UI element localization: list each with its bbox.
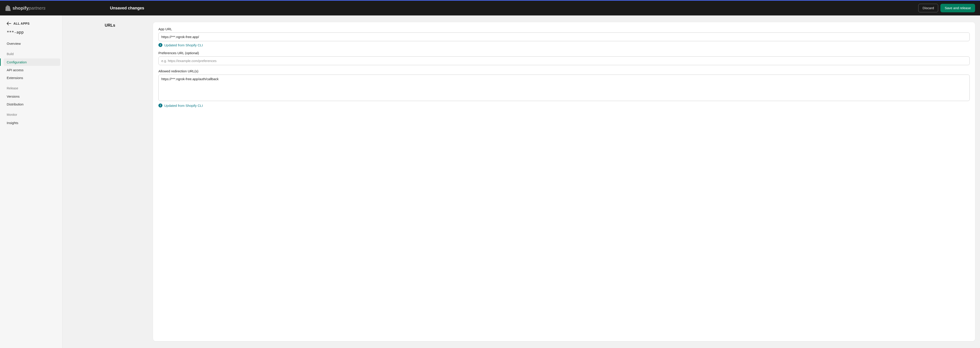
sidebar-item-extensions[interactable]: Extensions bbox=[3, 74, 60, 81]
header-bar: shopifypartners Unsaved changes Discard … bbox=[0, 1, 980, 16]
label-preferences-url: Preferences URL (optional) bbox=[158, 51, 970, 55]
label-redirection-urls: Allowed redirection URL(s) bbox=[158, 69, 970, 73]
field-app-url: App URL i Updated from Shopify CLI bbox=[158, 27, 970, 47]
info-app-url-cli: i Updated from Shopify CLI bbox=[158, 43, 970, 47]
sidebar-item-distribution[interactable]: Distribution bbox=[3, 101, 60, 108]
input-app-url[interactable] bbox=[158, 32, 970, 41]
label-app-url: App URL bbox=[158, 27, 970, 31]
info-text: Updated from Shopify CLI bbox=[164, 43, 203, 47]
sidebar-item-api-access[interactable]: API access bbox=[3, 66, 60, 74]
sidebar: ALL APPS ***-app Overview Build Configur… bbox=[0, 16, 63, 348]
brand-text: shopifypartners bbox=[13, 6, 46, 11]
main-content: URLs App URL i Updated from Shopify CLI … bbox=[63, 16, 980, 348]
shopify-bag-icon bbox=[5, 5, 11, 11]
sidebar-group-release: Release bbox=[3, 85, 60, 92]
app-name: ***-app bbox=[3, 29, 60, 36]
sidebar-group-monitor: Monitor bbox=[3, 111, 60, 118]
back-label: ALL APPS bbox=[13, 22, 30, 25]
unsaved-changes-title: Unsaved changes bbox=[46, 6, 918, 11]
field-redirection-urls: Allowed redirection URL(s) i Updated fro… bbox=[158, 69, 970, 107]
info-text: Updated from Shopify CLI bbox=[164, 104, 203, 107]
urls-card: App URL i Updated from Shopify CLI Prefe… bbox=[153, 22, 975, 341]
sidebar-item-configuration[interactable]: Configuration bbox=[3, 59, 60, 66]
back-all-apps[interactable]: ALL APPS bbox=[3, 21, 60, 26]
sidebar-item-overview[interactable]: Overview bbox=[3, 40, 60, 47]
sidebar-item-insights[interactable]: Insights bbox=[3, 119, 60, 126]
sidebar-group-build: Build bbox=[3, 50, 60, 57]
brand-logo[interactable]: shopifypartners bbox=[5, 5, 46, 11]
field-preferences-url: Preferences URL (optional) bbox=[158, 51, 970, 65]
info-icon: i bbox=[158, 104, 162, 107]
section-header-col: URLs bbox=[68, 22, 148, 341]
info-redir-cli: i Updated from Shopify CLI bbox=[158, 104, 970, 107]
textarea-redirection-urls[interactable] bbox=[158, 75, 970, 101]
info-icon: i bbox=[158, 43, 162, 47]
save-release-button[interactable]: Save and release bbox=[940, 4, 975, 12]
header-actions: Discard Save and release bbox=[918, 4, 975, 12]
discard-button[interactable]: Discard bbox=[918, 4, 938, 12]
sidebar-item-versions[interactable]: Versions bbox=[3, 93, 60, 100]
arrow-left-icon bbox=[7, 22, 11, 25]
input-preferences-url[interactable] bbox=[158, 56, 970, 65]
section-title-urls: URLs bbox=[105, 23, 148, 28]
